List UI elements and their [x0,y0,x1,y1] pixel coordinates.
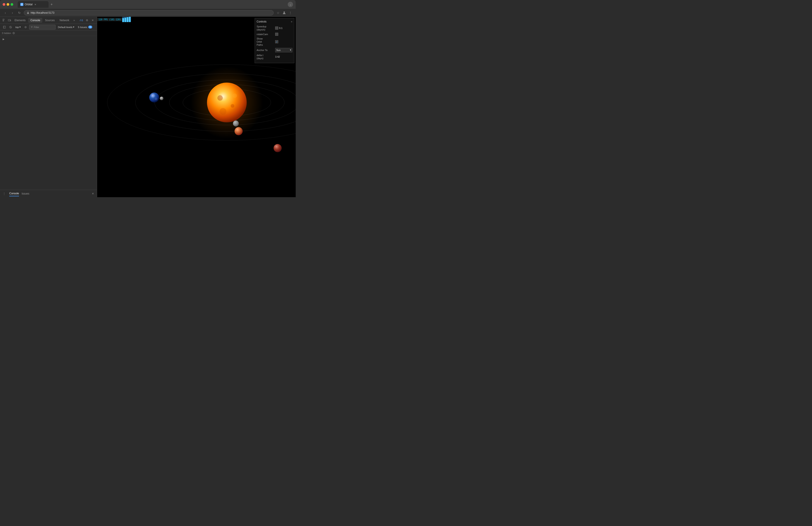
tab-elements[interactable]: Elements [12,18,28,23]
sidebar-toggle-button[interactable] [2,25,7,30]
svg-rect-7 [10,20,11,21]
speedup-label: Speedup(days/s) [257,25,274,31]
close-bottom-panel-button[interactable]: ✕ [91,191,95,196]
moon[interactable] [160,97,163,100]
show-orbit-paths-checkbox[interactable]: ✓ [275,40,278,43]
more-tabs-button[interactable]: » [72,18,76,23]
maximize-button[interactable] [11,3,13,6]
context-selector[interactable]: top ▾ [14,25,22,30]
controls-title: Controls « [257,20,292,23]
earth[interactable] [149,93,159,102]
svg-rect-6 [8,19,10,21]
sun-highlight [233,94,237,98]
tab-title: Orbital [25,3,32,6]
svg-rect-4 [3,19,4,20]
svg-rect-8 [3,26,5,28]
bottom-tab-issues[interactable]: Issues [21,191,29,196]
svg-point-3 [284,12,285,13]
tab-bar: Orbital ✕ + [18,1,286,8]
element-picker-icon[interactable] [2,18,6,23]
traffic-lights [3,3,13,6]
filter-icon [31,26,33,28]
earth-cloud-2 [155,98,158,100]
delta-t-label: delta t(days) [257,54,274,60]
devtools-panel: Elements Console Sources Network » ⚠ 5 ⚙… [0,17,97,197]
hidden-notice: 3 hidden [0,30,97,36]
devtools-content: 3 hidden ▶ [0,30,97,190]
svg-point-17 [13,32,15,34]
app-viewport[interactable]: 120 FPS (101-120) Controls « Speedup(day… [97,17,296,197]
mercury[interactable] [233,120,239,127]
fps-overlay: 120 FPS (101-120) [97,17,131,22]
show-orbit-paths-row: ShowOrbitPaths ✓ [257,37,292,47]
refresh-button[interactable]: ↻ [17,10,22,15]
controls-collapse-button[interactable]: « [291,20,292,23]
console-expand-row[interactable]: ▶ [1,37,96,42]
title-bar: Orbital ✕ + ⌄ [0,0,296,9]
profile-icon[interactable] [281,10,287,15]
svg-point-1 [21,4,22,5]
delta-t-value: 3.42 [275,55,280,58]
sun-spot-2 [231,104,234,108]
default-levels-button[interactable]: Default levels ▾ [57,25,76,30]
bookmark-button[interactable]: ☆ [275,10,281,15]
svg-point-12 [25,27,26,27]
devtools-action-icons: ⚠ 5 ⚙ ✕ [79,18,95,23]
tab-console[interactable]: Console [28,18,42,23]
speedup-value: 0.1 [279,27,282,29]
issues-badge: 5 [88,26,92,28]
responsive-icon[interactable] [7,18,12,23]
anchor-to-label: Anchor To [257,48,274,52]
bottom-menu-icon[interactable]: ⋮ [2,191,6,196]
menu-button[interactable]: ⋮ [288,10,293,15]
tab-favicon [20,3,24,6]
lock-icon [27,12,29,14]
tab-expand-button[interactable]: ⌄ [288,2,293,7]
sun[interactable] [207,83,247,122]
clear-console-button[interactable] [8,25,13,30]
devtools-tabs: Elements Console Sources Network » ⚠ 5 ⚙… [0,17,97,24]
sun-spot-1 [217,95,223,101]
settings-icon[interactable]: ⚙ [85,18,89,23]
anchor-to-row: Anchor To Sun ▾ [257,48,292,52]
issues-count-badge[interactable]: ⚠ 5 [79,18,84,23]
rotatecam-checkbox[interactable] [275,33,278,36]
close-button[interactable] [3,3,5,6]
svg-rect-2 [27,13,29,14]
console-toolbar: top ▾ Filter Default levels ▾ [0,24,97,30]
mars[interactable] [234,127,243,136]
active-tab[interactable]: Orbital ✕ [18,1,48,8]
console-log-area[interactable]: ▶ [0,36,97,190]
tab-sources[interactable]: Sources [43,18,57,23]
address-bar-actions: ☆ ⋮ [275,10,293,15]
back-button[interactable]: ‹ [3,10,8,15]
filter-input[interactable]: Filter [29,25,56,30]
svg-rect-5 [3,20,4,21]
anchor-to-select[interactable]: Sun ▾ [275,48,292,52]
fps-graph [122,17,131,22]
close-devtools-icon[interactable]: ✕ [90,18,95,23]
outer-planet[interactable] [274,144,282,152]
forward-button[interactable]: › [10,10,15,15]
issues-button[interactable]: 5 Issues: 5 [76,25,93,30]
sun-spot-3 [220,108,227,115]
address-bar: ‹ › ↻ http://localhost:5173 ☆ ⋮ [0,9,296,17]
url-text: http://localhost:5173 [31,11,54,14]
browser-window: Orbital ✕ + ⌄ ‹ › ↻ http://localhost:517… [0,0,296,17]
address-input[interactable]: http://localhost:5173 [24,10,274,15]
eye-icon-button[interactable] [23,25,28,30]
minimize-button[interactable] [6,3,9,6]
tab-network[interactable]: Network [57,18,72,23]
tab-close-button[interactable]: ✕ [34,3,37,6]
bottom-tab-console[interactable]: Console [9,191,19,196]
speedup-row: Speedup(days/s) 0.1 [257,25,292,31]
show-orbit-paths-label: ShowOrbitPaths [257,37,274,47]
rotatecam-label: rotateCam [257,33,274,36]
new-tab-button[interactable]: + [48,1,55,8]
earth-cloud-1 [151,94,155,97]
speedup-checkbox[interactable] [275,27,278,30]
settings-icon[interactable] [12,32,15,34]
svg-point-16 [13,33,14,33]
fps-label: 120 FPS (101-120) [97,18,122,21]
main-area: Elements Console Sources Network » ⚠ 5 ⚙… [0,17,296,197]
